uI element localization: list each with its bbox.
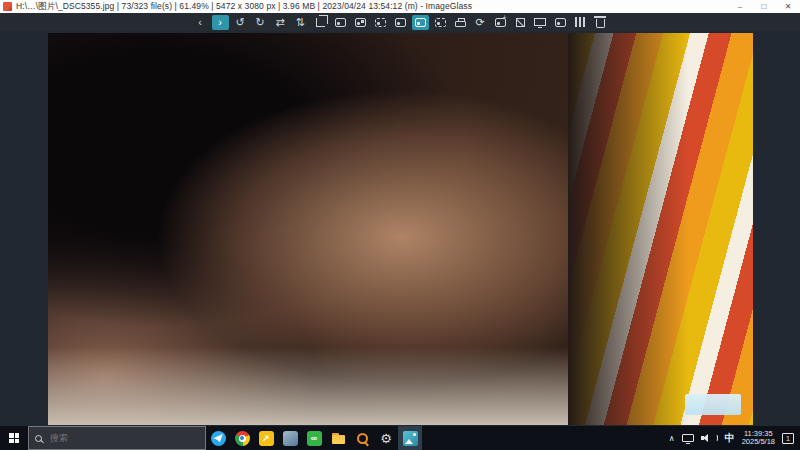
tray-clock[interactable]: 11:39:35 2025/5/18 <box>742 430 775 446</box>
imageglass-window: H:\…\图片\_DSC5355.jpg | 73/323 file(s) | … <box>0 0 800 450</box>
taskbar-chrome[interactable] <box>230 426 254 450</box>
telegram-icon <box>211 431 226 446</box>
chevron-left-icon: ‹ <box>198 17 202 28</box>
taskbar-imageglass[interactable] <box>398 426 422 450</box>
ime-indicator[interactable]: 中 <box>725 431 735 445</box>
taskbar-apps: ↗∞⚙ <box>206 426 422 450</box>
image-icon <box>335 18 346 27</box>
watermark <box>685 394 741 415</box>
print-button[interactable] <box>452 15 469 30</box>
search-input[interactable] <box>48 432 178 444</box>
magnifier-icon <box>355 431 370 446</box>
crop-button[interactable] <box>312 15 329 30</box>
system-tray: ∧ 中 11:39:35 2025/5/18 1 <box>669 430 800 446</box>
image-icon <box>395 18 406 27</box>
titlebar: H:\…\图片\_DSC5355.jpg | 73/323 file(s) | … <box>0 0 800 13</box>
refresh-button[interactable]: ⟳ <box>472 15 489 30</box>
notification-count: 1 <box>786 435 790 442</box>
network-icon[interactable] <box>682 434 694 442</box>
taskbar-settings[interactable]: ⚙ <box>374 426 398 450</box>
volume-wave-icon <box>713 434 718 442</box>
image-lock-icon <box>355 18 366 27</box>
image-dashed-icon <box>375 18 386 27</box>
flip-vertical-button[interactable]: ⇅ <box>292 15 309 30</box>
toolbar-items: ‹›↺↻⇄⇅⟳ <box>0 13 800 31</box>
printer-icon <box>455 21 466 27</box>
taskbar-yellow-app[interactable]: ↗ <box>254 426 278 450</box>
scale-to-height-button[interactable] <box>392 15 409 30</box>
imageglass-icon <box>403 431 418 446</box>
next-button[interactable]: › <box>212 15 229 30</box>
lock-zoom-button[interactable] <box>352 15 369 30</box>
gear-icon: ⚙ <box>379 431 394 446</box>
windows-logo-icon <box>9 433 19 443</box>
taskbar: ↗∞⚙ ∧ 中 11:39:35 2025/5/18 1 <box>0 426 800 450</box>
scale-to-fill-button[interactable] <box>432 15 449 30</box>
taskbar-green-app[interactable]: ∞ <box>302 426 326 450</box>
close-button[interactable]: ✕ <box>776 2 800 11</box>
title-text: H:\…\图片\_DSC5355.jpg | 73/323 file(s) | … <box>16 1 728 13</box>
taskbar-search[interactable] <box>28 426 206 450</box>
taskbar-blue-app[interactable] <box>278 426 302 450</box>
scale-to-fit-button[interactable] <box>412 15 429 30</box>
image-icon <box>415 18 426 27</box>
previous-button[interactable]: ‹ <box>192 15 209 30</box>
green-app-icon: ∞ <box>307 431 322 446</box>
goto-button[interactable] <box>492 15 509 30</box>
minimize-button[interactable]: – <box>728 2 752 11</box>
imageglass-app-icon <box>3 2 12 11</box>
slideshow-button[interactable] <box>532 15 549 30</box>
resize-icon <box>516 18 525 27</box>
image-dashed-icon <box>435 18 446 27</box>
taskbar-telegram[interactable] <box>206 426 230 450</box>
taskbar-everything[interactable] <box>350 426 374 450</box>
auto-zoom-button[interactable] <box>332 15 349 30</box>
volume-icon[interactable] <box>701 433 712 443</box>
thumbnail-bar-button[interactable] <box>572 15 589 30</box>
start-button[interactable] <box>0 426 28 450</box>
flip-horizontal-icon: ⇄ <box>275 17 284 28</box>
screen-icon <box>534 18 546 26</box>
image-plus-icon <box>495 18 506 27</box>
search-icon <box>35 435 42 442</box>
delete-button[interactable] <box>592 15 609 30</box>
crop-icon <box>316 18 325 27</box>
rotate-right-icon: ↻ <box>255 17 264 28</box>
taskbar-file-explorer[interactable] <box>326 426 350 450</box>
tray-date: 2025/5/18 <box>742 438 775 446</box>
maximize-button[interactable]: □ <box>752 2 776 11</box>
action-center-icon[interactable]: 1 <box>782 433 794 444</box>
blue-app-icon <box>283 431 298 446</box>
rotate-left-button[interactable]: ↺ <box>232 15 249 30</box>
chrome-icon <box>235 431 250 446</box>
actual-size-button[interactable] <box>512 15 529 30</box>
hidden-icons-chevron-icon[interactable]: ∧ <box>669 434 675 443</box>
pillow-stripes-region <box>568 33 753 425</box>
scale-to-width-button[interactable] <box>372 15 389 30</box>
folder-icon <box>331 431 346 446</box>
viewer-canvas <box>0 31 800 426</box>
image-icon <box>555 18 566 27</box>
yellow-app-icon: ↗ <box>259 431 274 446</box>
flip-horizontal-button[interactable]: ⇄ <box>272 15 289 30</box>
trash-icon <box>596 19 605 28</box>
refresh-icon: ⟳ <box>475 17 484 28</box>
picture-button[interactable] <box>552 15 569 30</box>
grid-icon <box>575 17 585 27</box>
photo-placeholder[interactable] <box>48 33 753 425</box>
chevron-right-icon: › <box>218 17 222 28</box>
flip-vertical-icon: ⇅ <box>295 17 304 28</box>
rotate-left-icon: ↺ <box>235 17 244 28</box>
rotate-right-button[interactable]: ↻ <box>252 15 269 30</box>
